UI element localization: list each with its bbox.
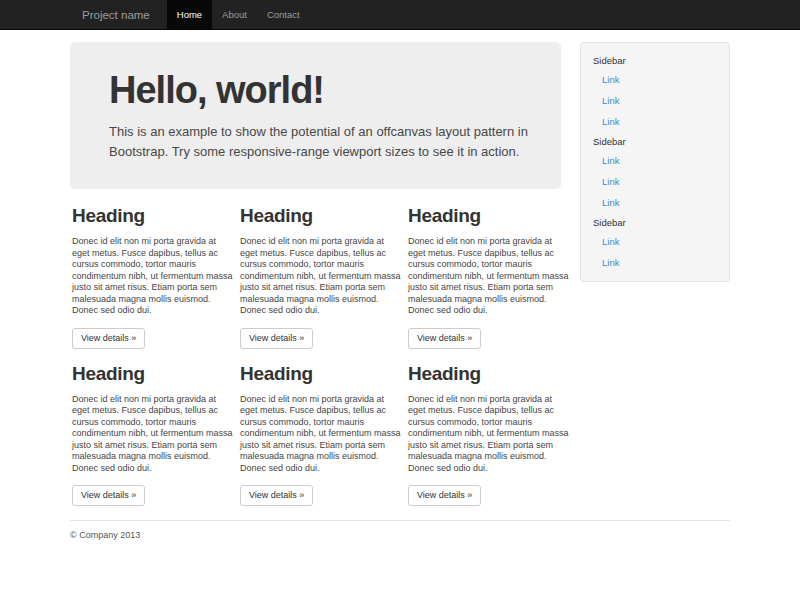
card-heading: Heading <box>408 205 566 227</box>
sidebar-group-header: Sidebar <box>581 213 729 231</box>
card-heading: Heading <box>240 363 398 385</box>
content-row: Hello, world! This is an example to show… <box>70 42 730 506</box>
main-column: Hello, world! This is an example to show… <box>70 42 561 506</box>
sidebar-well: Sidebar Link Link Link Sidebar Link Link… <box>580 42 730 282</box>
navbar-container: Project name Home About Contact <box>70 0 730 30</box>
page-container: Hello, world! This is an example to show… <box>70 42 730 540</box>
navbar-brand[interactable]: Project name <box>70 0 162 30</box>
nav-item-about[interactable]: About <box>212 0 257 30</box>
cards-row-1: Heading Donec id elit non mi porta gravi… <box>70 205 561 349</box>
card: Heading Donec id elit non mi porta gravi… <box>406 363 574 507</box>
view-details-button[interactable]: View details » <box>240 485 313 506</box>
card-heading: Heading <box>408 363 566 385</box>
card: Heading Donec id elit non mi porta gravi… <box>70 205 238 349</box>
footer-divider <box>70 520 730 521</box>
card-text: Donec id elit non mi porta gravida at eg… <box>72 394 234 475</box>
sidebar-link[interactable]: Link <box>581 90 729 111</box>
jumbotron-lead: This is an example to show the potential… <box>109 122 536 162</box>
view-details-button[interactable]: View details » <box>72 328 145 349</box>
sidebar-link[interactable]: Link <box>581 231 729 252</box>
card-text: Donec id elit non mi porta gravida at eg… <box>72 236 234 317</box>
card-heading: Heading <box>240 205 398 227</box>
card-text: Donec id elit non mi porta gravida at eg… <box>408 394 570 475</box>
sidebar-link[interactable]: Link <box>581 150 729 171</box>
card: Heading Donec id elit non mi porta gravi… <box>238 205 406 349</box>
sidebar-link[interactable]: Link <box>581 171 729 192</box>
sidebar-link[interactable]: Link <box>581 111 729 132</box>
nav-link-about[interactable]: About <box>212 0 257 30</box>
card-heading: Heading <box>72 363 230 385</box>
copyright-text: © Company 2013 <box>70 530 730 540</box>
nav-item-home[interactable]: Home <box>167 0 212 30</box>
view-details-button[interactable]: View details » <box>72 485 145 506</box>
sidebar-link[interactable]: Link <box>581 252 729 273</box>
nav-link-contact[interactable]: Contact <box>257 0 310 30</box>
sidebar-link[interactable]: Link <box>581 192 729 213</box>
sidebar-link[interactable]: Link <box>581 69 729 90</box>
card-heading: Heading <box>72 205 230 227</box>
page-title: Hello, world! <box>109 68 536 112</box>
card-text: Donec id elit non mi porta gravida at eg… <box>408 236 570 317</box>
sidebar-group-header: Sidebar <box>581 132 729 150</box>
card-text: Donec id elit non mi porta gravida at eg… <box>240 236 402 317</box>
view-details-button[interactable]: View details » <box>240 328 313 349</box>
view-details-button[interactable]: View details » <box>408 485 481 506</box>
jumbotron: Hello, world! This is an example to show… <box>70 42 561 189</box>
nav-item-contact[interactable]: Contact <box>257 0 310 30</box>
card: Heading Donec id elit non mi porta gravi… <box>238 363 406 507</box>
cards-row-2: Heading Donec id elit non mi porta gravi… <box>70 363 561 507</box>
card: Heading Donec id elit non mi porta gravi… <box>70 363 238 507</box>
card: Heading Donec id elit non mi porta gravi… <box>406 205 574 349</box>
sidebar-column: Sidebar Link Link Link Sidebar Link Link… <box>580 42 730 506</box>
view-details-button[interactable]: View details » <box>408 328 481 349</box>
card-text: Donec id elit non mi porta gravida at eg… <box>240 394 402 475</box>
nav-link-home[interactable]: Home <box>167 0 212 30</box>
sidebar-group-header: Sidebar <box>581 51 729 69</box>
top-navbar: Project name Home About Contact <box>0 0 800 30</box>
navbar-menu: Home About Contact <box>167 0 310 30</box>
page-footer: © Company 2013 <box>70 530 730 540</box>
